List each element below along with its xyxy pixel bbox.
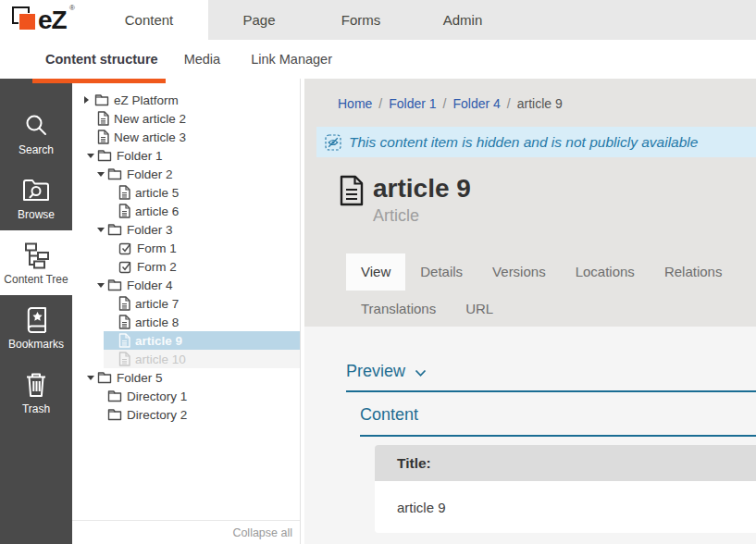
main-body: Preview Content Title:article 9 [304, 327, 756, 533]
top-tab-admin[interactable]: Admin [412, 0, 514, 40]
tree-article-icon [118, 296, 130, 311]
sidebar-item-trash[interactable]: Trash [0, 360, 72, 425]
sub-tab-media[interactable]: Media [184, 52, 221, 67]
tree-node-label: Folder 1 [117, 149, 163, 163]
tree-node[interactable]: eZ Platform [72, 91, 300, 109]
breadcrumb-item[interactable]: Folder 4 [453, 96, 501, 111]
tab-translations[interactable]: Translations [346, 291, 451, 328]
tree-node-label: Folder 4 [127, 278, 173, 292]
sidebar-item-search[interactable]: Search [0, 101, 72, 166]
tree-article-icon [118, 333, 130, 348]
sub-tab-link-manager[interactable]: Link Manager [251, 52, 332, 67]
breadcrumb-separator: / [501, 96, 517, 111]
registered-mark: ® [69, 4, 75, 12]
breadcrumb-item[interactable]: Home [338, 96, 372, 111]
tree-article-icon [97, 111, 109, 126]
tree-node-label: Folder 2 [127, 167, 173, 181]
breadcrumb-item[interactable]: Folder 1 [389, 96, 436, 111]
top-tab-page[interactable]: Page [208, 0, 310, 40]
sidebar-item-content-tree[interactable]: Content Tree [0, 230, 72, 295]
expand-arrow-icon[interactable] [87, 376, 97, 380]
tree-node[interactable]: New article 2 [72, 109, 300, 128]
tree-node[interactable]: article 8 [72, 313, 300, 331]
browse-icon [22, 176, 50, 205]
sidebar-item-label: Content Tree [4, 273, 68, 286]
tab-relations[interactable]: Relations [650, 253, 737, 291]
tree-node-label: article 5 [135, 186, 179, 200]
breadcrumb: Home/Folder 1/Folder 4/article 9 [304, 79, 756, 111]
tree-node[interactable]: article 9 [72, 331, 300, 350]
tree-node-label: New article 3 [114, 130, 186, 144]
tree-node-label: eZ Platform [114, 93, 179, 107]
tab-view[interactable]: View [346, 253, 405, 291]
expand-arrow-icon[interactable] [97, 228, 107, 232]
content-section: Content Title:article 9 [360, 405, 756, 533]
field-table: Title:article 9 [375, 445, 756, 533]
top-bar: eZ ® ContentPageFormsAdmin [0, 0, 756, 40]
content-section-divider [360, 435, 756, 437]
tree-node[interactable]: Folder 3 [72, 220, 300, 239]
tree-node[interactable]: Form 2 [72, 257, 300, 276]
sidebar-item-label: Search [19, 143, 54, 156]
content-tabs: ViewDetailsVersionsLocationsRelationsTra… [346, 253, 756, 328]
breadcrumb-separator: / [372, 96, 389, 111]
collapse-all-button[interactable]: Collapse all [72, 520, 300, 544]
sidebar-item-browse[interactable]: Browse [0, 166, 72, 230]
breadcrumb-separator: / [437, 96, 453, 111]
tab-locations[interactable]: Locations [561, 253, 650, 291]
tree-article-icon [118, 185, 130, 200]
top-tab-forms[interactable]: Forms [310, 0, 412, 40]
search-icon [23, 111, 49, 141]
expand-arrow-icon[interactable] [97, 172, 107, 177]
tree-article-icon [97, 130, 109, 144]
tree-form-icon [118, 241, 132, 255]
tree-node[interactable]: article 6 [72, 202, 300, 220]
tree-node[interactable]: Directory 1 [72, 387, 300, 405]
tree-node-label: article 10 [135, 352, 186, 366]
content-type-label: Article [373, 206, 471, 226]
tab-versions[interactable]: Versions [477, 253, 561, 291]
collapse-arrow-icon[interactable] [84, 96, 94, 104]
tree-node-label: Form 2 [137, 260, 177, 274]
tree-node-label: article 6 [135, 204, 179, 218]
tree-node[interactable]: Form 1 [72, 239, 300, 257]
sidebar-item-label: Trash [22, 402, 50, 415]
tree-node-label: article 7 [135, 297, 179, 311]
tab-details[interactable]: Details [405, 253, 477, 291]
tree-node[interactable]: article 10 [72, 350, 300, 368]
title-row: article 9 Article [339, 173, 756, 226]
tree-node[interactable]: article 7 [72, 294, 300, 313]
tree-node[interactable]: Folder 2 [72, 165, 300, 183]
hidden-content-notice: This content item is hidden and is not p… [316, 127, 756, 157]
sub-tab-content-structure[interactable]: Content structure [45, 52, 158, 67]
tree-node[interactable]: article 5 [72, 183, 300, 202]
main-area: Home/Folder 1/Folder 4/article 9 This co… [304, 79, 756, 544]
trash-icon [23, 370, 49, 400]
tree-node-label: article 9 [135, 334, 182, 348]
expand-arrow-icon[interactable] [87, 154, 97, 158]
preview-divider [346, 390, 756, 392]
tree-node[interactable]: Folder 4 [72, 276, 300, 294]
content-tree-panel: eZ PlatformNew article 2New article 3Fol… [72, 79, 301, 544]
expand-arrow-icon[interactable] [97, 283, 107, 288]
tree-folder-icon [97, 371, 112, 384]
tree-folder-icon [107, 167, 122, 180]
tree-node[interactable]: New article 3 [72, 128, 300, 146]
tree-node[interactable]: Directory 2 [72, 405, 300, 424]
tree-node[interactable]: Folder 5 [72, 368, 300, 387]
tree-node[interactable]: Folder 1 [72, 146, 300, 165]
preview-header[interactable]: Preview [346, 362, 756, 381]
sub-nav: Content structureMediaLink Manager [0, 40, 756, 79]
breadcrumb-item: article 9 [517, 96, 563, 111]
content-tree-icon [22, 241, 50, 270]
sidebar-item-bookmarks[interactable]: Bookmarks [0, 295, 72, 360]
tab-url[interactable]: URL [451, 291, 508, 328]
ez-logo[interactable]: eZ ® [0, 0, 90, 44]
top-tab-content[interactable]: Content [90, 0, 208, 40]
chevron-down-icon [415, 369, 427, 377]
article-icon [339, 175, 365, 226]
logo-orange-square [19, 13, 36, 31]
tree-article-icon [118, 204, 130, 218]
tree-node-label: Folder 3 [127, 223, 173, 237]
tree-folder-icon [97, 149, 112, 162]
